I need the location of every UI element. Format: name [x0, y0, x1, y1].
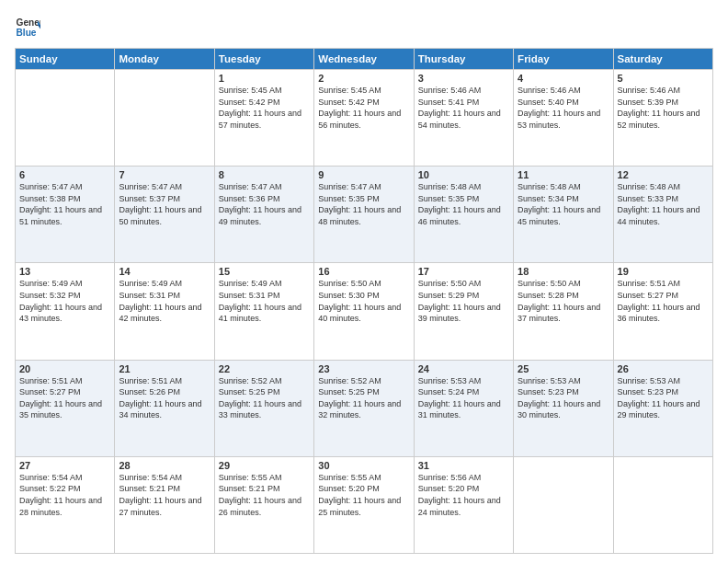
calendar-week-4: 20Sunrise: 5:51 AM Sunset: 5:27 PM Dayli… — [16, 360, 713, 456]
day-info: Sunrise: 5:46 AM Sunset: 5:41 PM Dayligh… — [418, 85, 509, 131]
day-number: 27 — [19, 460, 110, 471]
day-number: 3 — [418, 73, 509, 84]
day-info: Sunrise: 5:52 AM Sunset: 5:25 PM Dayligh… — [219, 375, 310, 421]
calendar-body: 1Sunrise: 5:45 AM Sunset: 5:42 PM Daylig… — [16, 70, 713, 554]
calendar-week-5: 27Sunrise: 5:54 AM Sunset: 5:22 PM Dayli… — [16, 456, 713, 553]
day-number: 4 — [518, 73, 609, 84]
day-number: 16 — [318, 266, 409, 277]
calendar-cell: 19Sunrise: 5:51 AM Sunset: 5:27 PM Dayli… — [613, 263, 712, 360]
calendar-cell: 9Sunrise: 5:47 AM Sunset: 5:35 PM Daylig… — [314, 167, 414, 263]
calendar-cell: 17Sunrise: 5:50 AM Sunset: 5:29 PM Dayli… — [414, 263, 513, 360]
dow-header-monday: Monday — [115, 49, 214, 70]
dow-header-sunday: Sunday — [16, 49, 115, 70]
page-header: General Blue — [15, 15, 713, 40]
calendar-cell: 5Sunrise: 5:46 AM Sunset: 5:39 PM Daylig… — [613, 70, 712, 167]
calendar-cell: 3Sunrise: 5:46 AM Sunset: 5:41 PM Daylig… — [414, 70, 513, 167]
day-number: 15 — [219, 266, 310, 277]
day-number: 31 — [418, 460, 509, 471]
day-info: Sunrise: 5:53 AM Sunset: 5:23 PM Dayligh… — [518, 375, 609, 421]
calendar-cell: 23Sunrise: 5:52 AM Sunset: 5:25 PM Dayli… — [314, 360, 414, 456]
calendar-week-1: 1Sunrise: 5:45 AM Sunset: 5:42 PM Daylig… — [16, 70, 713, 167]
day-number: 20 — [19, 363, 110, 374]
day-info: Sunrise: 5:46 AM Sunset: 5:40 PM Dayligh… — [518, 85, 609, 131]
day-info: Sunrise: 5:51 AM Sunset: 5:27 PM Dayligh… — [618, 278, 709, 324]
calendar-cell: 29Sunrise: 5:55 AM Sunset: 5:21 PM Dayli… — [214, 456, 313, 553]
logo: General Blue — [15, 15, 40, 40]
calendar-cell: 6Sunrise: 5:47 AM Sunset: 5:38 PM Daylig… — [16, 167, 115, 263]
day-info: Sunrise: 5:48 AM Sunset: 5:33 PM Dayligh… — [618, 181, 709, 227]
calendar-cell: 8Sunrise: 5:47 AM Sunset: 5:36 PM Daylig… — [214, 167, 313, 263]
calendar-cell: 2Sunrise: 5:45 AM Sunset: 5:42 PM Daylig… — [314, 70, 414, 167]
day-number: 10 — [418, 169, 509, 180]
day-number: 18 — [518, 266, 609, 277]
day-number: 21 — [119, 363, 210, 374]
day-number: 2 — [318, 73, 409, 84]
day-info: Sunrise: 5:49 AM Sunset: 5:31 PM Dayligh… — [219, 278, 310, 324]
day-info: Sunrise: 5:54 AM Sunset: 5:21 PM Dayligh… — [119, 472, 210, 518]
calendar-cell: 14Sunrise: 5:49 AM Sunset: 5:31 PM Dayli… — [115, 263, 214, 360]
calendar-cell: 28Sunrise: 5:54 AM Sunset: 5:21 PM Dayli… — [115, 456, 214, 553]
day-info: Sunrise: 5:47 AM Sunset: 5:35 PM Dayligh… — [318, 181, 409, 227]
day-number: 7 — [119, 169, 210, 180]
calendar-cell: 11Sunrise: 5:48 AM Sunset: 5:34 PM Dayli… — [514, 167, 613, 263]
day-number: 23 — [318, 363, 409, 374]
day-info: Sunrise: 5:51 AM Sunset: 5:26 PM Dayligh… — [119, 375, 210, 421]
calendar-week-2: 6Sunrise: 5:47 AM Sunset: 5:38 PM Daylig… — [16, 167, 713, 263]
day-number: 22 — [219, 363, 310, 374]
day-number: 8 — [219, 169, 310, 180]
calendar-cell: 25Sunrise: 5:53 AM Sunset: 5:23 PM Dayli… — [514, 360, 613, 456]
calendar-cell: 10Sunrise: 5:48 AM Sunset: 5:35 PM Dayli… — [414, 167, 513, 263]
day-info: Sunrise: 5:54 AM Sunset: 5:22 PM Dayligh… — [19, 472, 110, 518]
dow-header-saturday: Saturday — [613, 49, 712, 70]
day-info: Sunrise: 5:53 AM Sunset: 5:24 PM Dayligh… — [418, 375, 509, 421]
day-info: Sunrise: 5:45 AM Sunset: 5:42 PM Dayligh… — [318, 85, 409, 131]
svg-text:Blue: Blue — [17, 28, 37, 38]
day-number: 17 — [418, 266, 509, 277]
calendar-cell: 30Sunrise: 5:55 AM Sunset: 5:20 PM Dayli… — [314, 456, 414, 553]
day-number: 26 — [618, 363, 709, 374]
day-info: Sunrise: 5:52 AM Sunset: 5:25 PM Dayligh… — [318, 375, 409, 421]
day-number: 24 — [418, 363, 509, 374]
calendar-cell: 18Sunrise: 5:50 AM Sunset: 5:28 PM Dayli… — [514, 263, 613, 360]
calendar-cell: 27Sunrise: 5:54 AM Sunset: 5:22 PM Dayli… — [16, 456, 115, 553]
day-info: Sunrise: 5:45 AM Sunset: 5:42 PM Dayligh… — [219, 85, 310, 131]
calendar-cell: 24Sunrise: 5:53 AM Sunset: 5:24 PM Dayli… — [414, 360, 513, 456]
day-number: 13 — [19, 266, 110, 277]
calendar-cell: 31Sunrise: 5:56 AM Sunset: 5:20 PM Dayli… — [414, 456, 513, 553]
calendar-cell: 4Sunrise: 5:46 AM Sunset: 5:40 PM Daylig… — [514, 70, 613, 167]
day-info: Sunrise: 5:56 AM Sunset: 5:20 PM Dayligh… — [418, 472, 509, 518]
calendar-cell: 12Sunrise: 5:48 AM Sunset: 5:33 PM Dayli… — [613, 167, 712, 263]
day-info: Sunrise: 5:55 AM Sunset: 5:21 PM Dayligh… — [219, 472, 310, 518]
calendar-cell: 1Sunrise: 5:45 AM Sunset: 5:42 PM Daylig… — [214, 70, 313, 167]
day-info: Sunrise: 5:53 AM Sunset: 5:23 PM Dayligh… — [618, 375, 709, 421]
calendar-cell: 22Sunrise: 5:52 AM Sunset: 5:25 PM Dayli… — [214, 360, 313, 456]
day-number: 9 — [318, 169, 409, 180]
calendar-cell: 26Sunrise: 5:53 AM Sunset: 5:23 PM Dayli… — [613, 360, 712, 456]
day-info: Sunrise: 5:47 AM Sunset: 5:36 PM Dayligh… — [219, 181, 310, 227]
day-number: 30 — [318, 460, 409, 471]
day-info: Sunrise: 5:50 AM Sunset: 5:28 PM Dayligh… — [518, 278, 609, 324]
calendar-cell: 7Sunrise: 5:47 AM Sunset: 5:37 PM Daylig… — [115, 167, 214, 263]
calendar-cell: 15Sunrise: 5:49 AM Sunset: 5:31 PM Dayli… — [214, 263, 313, 360]
day-info: Sunrise: 5:51 AM Sunset: 5:27 PM Dayligh… — [19, 375, 110, 421]
day-info: Sunrise: 5:50 AM Sunset: 5:29 PM Dayligh… — [418, 278, 509, 324]
day-number: 29 — [219, 460, 310, 471]
day-number: 14 — [119, 266, 210, 277]
calendar-cell: 13Sunrise: 5:49 AM Sunset: 5:32 PM Dayli… — [16, 263, 115, 360]
calendar-cell — [514, 456, 613, 553]
dow-header-wednesday: Wednesday — [314, 49, 414, 70]
day-number: 5 — [618, 73, 709, 84]
day-info: Sunrise: 5:55 AM Sunset: 5:20 PM Dayligh… — [318, 472, 409, 518]
day-number: 28 — [119, 460, 210, 471]
day-info: Sunrise: 5:47 AM Sunset: 5:38 PM Dayligh… — [19, 181, 110, 227]
calendar-cell: 21Sunrise: 5:51 AM Sunset: 5:26 PM Dayli… — [115, 360, 214, 456]
calendar-cell — [115, 70, 214, 167]
day-info: Sunrise: 5:50 AM Sunset: 5:30 PM Dayligh… — [318, 278, 409, 324]
calendar-cell: 16Sunrise: 5:50 AM Sunset: 5:30 PM Dayli… — [314, 263, 414, 360]
calendar-cell: 20Sunrise: 5:51 AM Sunset: 5:27 PM Dayli… — [16, 360, 115, 456]
day-number: 6 — [19, 169, 110, 180]
day-info: Sunrise: 5:49 AM Sunset: 5:32 PM Dayligh… — [19, 278, 110, 324]
day-of-week-row: SundayMondayTuesdayWednesdayThursdayFrid… — [16, 49, 713, 70]
day-info: Sunrise: 5:48 AM Sunset: 5:34 PM Dayligh… — [518, 181, 609, 227]
day-info: Sunrise: 5:47 AM Sunset: 5:37 PM Dayligh… — [119, 181, 210, 227]
